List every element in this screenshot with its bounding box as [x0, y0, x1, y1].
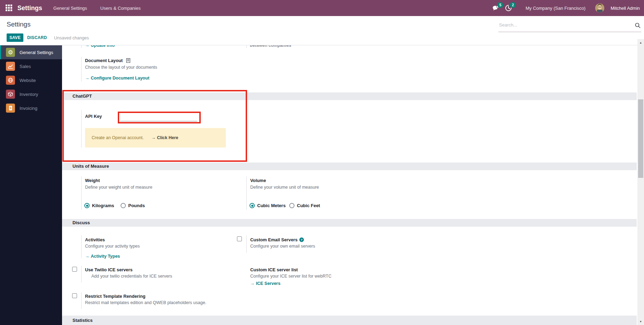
arrow-icon: →: [85, 76, 90, 81]
vertical-scrollbar[interactable]: ▲ ▼: [637, 39, 644, 325]
radio-kilograms[interactable]: [84, 203, 90, 208]
sidebar-item-label: Website: [20, 78, 36, 83]
column-separator: [81, 45, 82, 48]
twilio-ice-title: Use Twilio ICE servers: [85, 267, 132, 272]
activities-title: Activities: [85, 237, 105, 242]
sidebar-item-invoicing[interactable]: $ Invoicing: [0, 101, 62, 115]
menu-general-settings[interactable]: General Settings: [53, 6, 87, 11]
scroll-up-arrow[interactable]: ▲: [637, 40, 644, 45]
section-units-of-measure: Units of Measure: [62, 162, 637, 170]
radio-pounds-label[interactable]: Pounds: [128, 203, 145, 208]
block-separator: [246, 235, 247, 253]
website-globe-icon: [6, 76, 15, 85]
radio-cubic-feet[interactable]: [289, 203, 294, 208]
navbar-right: 5 2 My Company (San Francisco) M: [491, 0, 640, 16]
discard-button[interactable]: DISCARD: [27, 33, 47, 42]
menu-users-companies[interactable]: Users & Companies: [100, 6, 141, 11]
document-layout-desc: Choose the layout of your documents: [85, 65, 157, 70]
block-separator: [246, 176, 247, 210]
top-navbar: Settings General Settings Users & Compan…: [0, 0, 644, 16]
restrict-template-desc: Restrict mail templates edition and QWEB…: [85, 300, 206, 305]
volume-title: Volume: [250, 178, 266, 183]
settings-content: →Update Info between companies Document …: [62, 45, 637, 325]
arrow-icon: →: [85, 254, 90, 259]
column-separator: [246, 45, 247, 48]
invoicing-document-icon: $: [6, 104, 15, 113]
help-question-icon[interactable]: ?: [299, 237, 304, 242]
page-title: Settings: [7, 21, 31, 28]
search-icon[interactable]: [635, 23, 641, 28]
radio-cubic-feet-label[interactable]: Cubic Feet: [297, 203, 320, 208]
weight-desc: Define your weight unit of measure: [85, 185, 152, 190]
general-settings-gear-icon: ⚙: [6, 48, 15, 57]
radio-pounds[interactable]: [121, 203, 126, 208]
block-separator: [81, 292, 82, 309]
sidebar-item-sales[interactable]: Sales: [0, 59, 62, 73]
svg-text:$: $: [10, 106, 12, 110]
custom-ice-title: Custom ICE server list: [250, 267, 298, 272]
block-separator: [81, 176, 82, 210]
user-avatar[interactable]: [595, 3, 604, 13]
radio-kilograms-label[interactable]: Kilograms: [92, 203, 114, 208]
unsaved-changes-label: Unsaved changes: [54, 36, 89, 40]
user-name[interactable]: Mitchell Admin: [611, 6, 640, 11]
arrow-icon: →: [250, 281, 255, 286]
activity-types-link[interactable]: →Activity Types: [85, 254, 120, 259]
sidebar-item-label: Sales: [20, 64, 31, 69]
sidebar-item-label: Invoicing: [20, 106, 37, 111]
apps-grid-icon[interactable]: [6, 5, 13, 12]
search-input[interactable]: [499, 22, 628, 28]
block-separator: [81, 235, 82, 258]
radio-cubic-meters[interactable]: [250, 203, 255, 208]
block-separator: [81, 266, 82, 282]
custom-ice-desc: Configure your ICE server list for webRT…: [250, 274, 331, 279]
volume-desc: Define your volume unit of measure: [250, 185, 319, 190]
activities-desc: Configure your activity types: [85, 244, 140, 249]
twilio-ice-checkbox[interactable]: [72, 267, 77, 272]
radio-cubic-meters-label[interactable]: Cubic Meters: [257, 203, 286, 208]
messages-icon[interactable]: 5: [491, 3, 500, 13]
custom-email-servers-checkbox[interactable]: [237, 236, 242, 241]
sidebar-item-label: Inventory: [20, 92, 38, 97]
search-box: [498, 20, 641, 32]
nav-menu: General Settings Users & Companies: [53, 6, 140, 11]
messages-badge: 5: [497, 2, 503, 8]
sales-chart-icon: [6, 62, 15, 71]
control-panel: Settings SAVE DISCARD Unsaved changes: [0, 16, 644, 45]
odoo-settings-screen: Settings General Settings Users & Compan…: [0, 0, 644, 325]
sidebar-item-label: General Settings: [20, 50, 53, 55]
between-companies-cut-text: between companies: [250, 45, 291, 48]
activities-icon[interactable]: 2: [504, 3, 513, 13]
document-layout-icon: [126, 58, 130, 63]
configure-document-layout-link[interactable]: →Configure Document Layout: [85, 76, 150, 81]
custom-email-servers-title: Custom Email Servers?: [250, 237, 304, 242]
custom-email-servers-desc: Configure your own email servers: [250, 244, 315, 249]
sidebar-item-inventory[interactable]: Inventory: [0, 87, 62, 101]
twilio-ice-desc: Add your twilio credentials for ICE serv…: [91, 274, 172, 279]
avatar-image: [595, 3, 604, 13]
weight-title: Weight: [85, 178, 100, 183]
sidebar-item-website[interactable]: Website: [0, 73, 62, 87]
scroll-down-arrow[interactable]: ▼: [637, 319, 644, 324]
annotation-rect-chatgpt: [62, 90, 247, 162]
block-separator: [81, 57, 82, 82]
settings-sidebar: ⚙ General Settings Sales Website Invento…: [0, 45, 62, 325]
update-info-link[interactable]: →Update Info: [85, 45, 115, 48]
api-key-input[interactable]: [120, 114, 197, 121]
document-layout-title: Document Layout: [85, 58, 130, 63]
save-button[interactable]: SAVE: [7, 33, 23, 42]
section-discuss: Discuss: [62, 219, 637, 227]
activities-badge: 2: [510, 2, 516, 8]
inventory-box-icon: [6, 90, 15, 99]
company-switcher[interactable]: My Company (San Francisco): [526, 6, 585, 11]
scrollbar-thumb[interactable]: [638, 99, 643, 178]
app-title: Settings: [17, 5, 42, 12]
ice-servers-link[interactable]: →ICE Servers: [250, 281, 281, 286]
restrict-template-title: Restrict Template Rendering: [85, 294, 145, 299]
arrow-icon: →: [85, 45, 90, 48]
restrict-template-checkbox[interactable]: [72, 293, 77, 298]
section-statistics: Statistics: [62, 316, 637, 325]
sidebar-item-general-settings[interactable]: ⚙ General Settings: [0, 45, 62, 59]
